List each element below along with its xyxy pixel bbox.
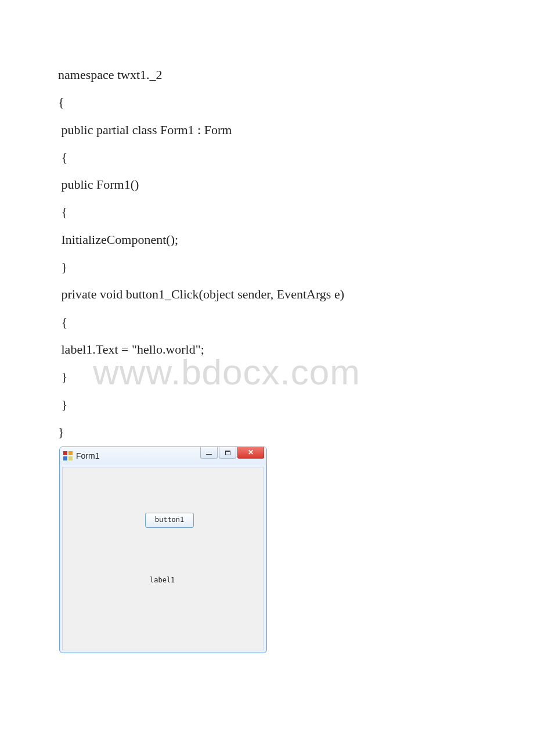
maximize-icon xyxy=(225,451,230,455)
button1[interactable]: button1 xyxy=(145,513,194,528)
minimize-button[interactable] xyxy=(200,447,218,459)
code-line: label1.Text = "hello.world"; xyxy=(58,336,476,363)
title-bar[interactable]: Form1 ✕ xyxy=(60,447,266,465)
code-line: } xyxy=(58,253,476,280)
code-line: { xyxy=(58,308,476,336)
code-line: } xyxy=(58,391,476,418)
code-line: namespace twxt1._2 xyxy=(58,61,476,88)
code-line: InitializeComponent(); xyxy=(58,226,476,253)
code-line: } xyxy=(58,363,476,390)
document-content: namespace twxt1._2 { public partial clas… xyxy=(0,0,534,653)
app-icon xyxy=(63,451,73,460)
code-line: private void button1_Click(object sender… xyxy=(58,280,476,308)
close-button[interactable]: ✕ xyxy=(237,447,264,459)
code-line: } xyxy=(58,418,476,445)
form-window: Form1 ✕ button1 label1 xyxy=(59,447,267,653)
minimize-icon xyxy=(206,454,212,455)
code-line: public partial class Form1 : Form xyxy=(58,116,476,143)
maximize-button[interactable] xyxy=(219,447,236,459)
window-title: Form1 xyxy=(76,447,99,465)
code-line: { xyxy=(58,88,476,116)
form-client-area: button1 label1 xyxy=(62,467,264,650)
code-line: public Form1() xyxy=(58,171,476,198)
close-icon: ✕ xyxy=(248,445,254,460)
code-line: { xyxy=(58,198,476,225)
code-line: { xyxy=(58,143,476,171)
label1: label1 xyxy=(150,573,175,588)
